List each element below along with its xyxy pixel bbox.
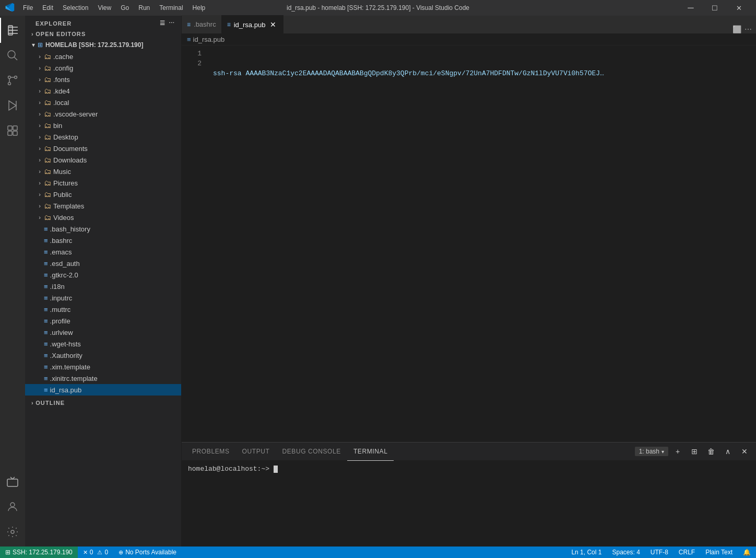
folder-pictures[interactable]: › 🗂 Pictures [25,177,181,189]
folder-desktop[interactable]: › 🗂 Desktop [25,131,181,143]
folder-fonts[interactable]: › 🗂 .fonts [25,74,181,85]
ports-label: No Ports Available [125,549,176,556]
more-actions-icon[interactable]: ⋯ [745,25,752,33]
maximize-button[interactable]: ☐ [703,0,727,16]
status-encoding[interactable]: UTF-8 [645,547,674,558]
status-errors[interactable]: ✕ 0 ⚠ 0 [78,547,113,558]
folder-public[interactable]: › 🗂 Public [25,189,181,200]
folder-videos-name: Videos [53,214,74,222]
source-control-activity-icon[interactable] [0,68,25,93]
run-debug-activity-icon[interactable] [0,93,25,118]
explorer-activity-icon[interactable] [0,18,25,43]
folder-vscode-server-name: .vscode-server [53,110,98,118]
file-gtkrc[interactable]: ≡ .gtkrc-2.0 [25,269,181,281]
search-activity-icon[interactable] [0,43,25,68]
folder-local[interactable]: › 🗂 .local [25,97,181,108]
editor-area: ≡ .bashrc ≡ id_rsa.pub ✕ ⬜ ⋯ ≡ id_rsa.pu… [182,16,756,547]
folder-config[interactable]: › 🗂 .config [25,62,181,74]
file-i18n[interactable]: ≡ .i18n [25,281,181,292]
status-line-ending[interactable]: CRLF [674,547,700,558]
svg-line-2 [14,57,17,60]
new-terminal-icon[interactable]: + [670,444,685,459]
close-button[interactable]: ✕ [727,0,751,16]
extensions-activity-icon[interactable] [0,118,25,143]
kill-terminal-icon[interactable]: 🗑 [704,444,718,459]
file-esd-auth[interactable]: ≡ .esd_auth [25,258,181,269]
file-xim-template[interactable]: ≡ .xim.template [25,361,181,373]
file-inputrc[interactable]: ≡ .inputrc [25,292,181,304]
folder-kde4[interactable]: › 🗂 .kde4 [25,85,181,97]
file-muttrc[interactable]: ≡ .muttrc [25,304,181,315]
menu-view[interactable]: View [93,2,115,14]
status-line-col[interactable]: Ln 1, Col 1 [566,547,607,558]
folder-cache[interactable]: › 🗂 .cache [25,51,181,62]
file-xinitrc-template-name: .xinitrc.template [50,375,98,382]
minimize-button[interactable]: ─ [679,0,703,16]
folder-documents[interactable]: › 🗂 Documents [25,143,181,154]
settings-activity-icon[interactable] [0,519,25,544]
menu-terminal[interactable]: Terminal [155,2,187,14]
file-bashrc[interactable]: ≡ .bashrc [25,235,181,246]
tab-problems[interactable]: PROBLEMS [186,443,236,461]
tab-terminal[interactable]: TERMINAL [347,443,394,461]
status-no-ports[interactable]: ⊕ No Ports Available [113,547,182,558]
file-profile[interactable]: ≡ .profile [25,315,181,327]
split-editor-icon[interactable]: ⬜ [733,25,741,33]
folder-downloads[interactable]: › 🗂 Downloads [25,154,181,166]
status-spaces[interactable]: Spaces: 4 [607,547,645,558]
outline-section[interactable]: › OUTLINE [25,398,181,408]
status-notifications[interactable]: 🔔 [738,547,756,558]
tab-id-rsa-pub[interactable]: ≡ id_rsa.pub ✕ [222,15,284,33]
code-line-2 [213,98,756,108]
split-terminal-icon[interactable]: ⊞ [687,444,702,459]
file-urlview[interactable]: ≡ .urlview [25,327,181,338]
remote-activity-icon[interactable] [0,469,25,494]
menu-go[interactable]: Go [116,2,133,14]
account-activity-icon[interactable] [0,494,25,519]
folder-bin[interactable]: › 🗂 bin [25,120,181,131]
file-emacs-name: .emacs [50,248,72,256]
file-wget-hsts[interactable]: ≡ .wget-hsts [25,338,181,350]
file-gtkrc-name: .gtkrc-2.0 [50,271,78,279]
terminal-content[interactable]: homelab@localhost:~> [182,461,756,547]
folder-music[interactable]: › 🗂 Music [25,166,181,177]
menu-file[interactable]: File [19,2,37,14]
tab-bashrc[interactable]: ≡ .bashrc [182,15,222,33]
new-file-icon[interactable]: ☰ [160,20,166,27]
open-editors-section[interactable]: › OPEN EDITORS [25,29,181,39]
root-folder[interactable]: ▾ ⊞ HOMELAB [SSH: 172.25.179.190] [25,39,181,51]
tab-output[interactable]: OUTPUT [236,443,276,461]
file-xinitrc-template[interactable]: ≡ .xinitrc.template [25,373,181,384]
terminal-selector-chevron: ▾ [662,449,664,455]
menu-selection[interactable]: Selection [58,2,92,14]
folder-cache-chevron: › [36,53,44,60]
folder-vscode-server[interactable]: › 🗂 .vscode-server [25,108,181,120]
folder-templates[interactable]: › 🗂 Templates [25,200,181,212]
tab-debug-console[interactable]: DEBUG CONSOLE [276,443,347,461]
svg-rect-9 [13,126,17,130]
menu-help[interactable]: Help [188,2,210,14]
tab-bashrc-label: .bashrc [194,20,216,28]
editor-content[interactable]: 1 2 ssh-rsa AAAAB3NzaC1yc2EAAAADAQABAABA… [182,45,756,442]
folder-local-name: .local [53,99,69,107]
terminal-selector[interactable]: 1: bash ▾ [635,447,668,456]
file-xauthority[interactable]: ≡ .Xauthority [25,350,181,361]
editor-text[interactable]: ssh-rsa AAAAB3NzaC1yc2EAAAADAQABAABABgQD… [208,45,756,442]
menu-edit[interactable]: Edit [38,2,57,14]
file-profile-icon: ≡ [44,317,48,325]
tab-id-rsa-pub-close[interactable]: ✕ [268,20,278,29]
file-inputrc-name: .inputrc [50,294,73,302]
status-language[interactable]: Plain Text [700,547,738,558]
folder-videos[interactable]: › 🗂 Videos [25,212,181,223]
status-remote[interactable]: ⊞ SSH: 172.25.179.190 [0,547,78,558]
new-folder-icon[interactable]: ⋯ [169,20,175,27]
file-id-rsa-pub[interactable]: ≡ id_rsa.pub [25,384,181,396]
file-esd-auth-icon: ≡ [44,260,48,268]
outline-chevron: › [31,400,33,406]
panel-collapse-icon[interactable]: ∧ [720,444,735,459]
file-emacs[interactable]: ≡ .emacs [25,246,181,258]
menu-run[interactable]: Run [134,2,154,14]
file-bash-history[interactable]: ≡ .bash_history [25,223,181,235]
status-bar: ⊞ SSH: 172.25.179.190 ✕ 0 ⚠ 0 ⊕ No Ports… [0,547,756,558]
panel-close-icon[interactable]: ✕ [737,444,752,459]
